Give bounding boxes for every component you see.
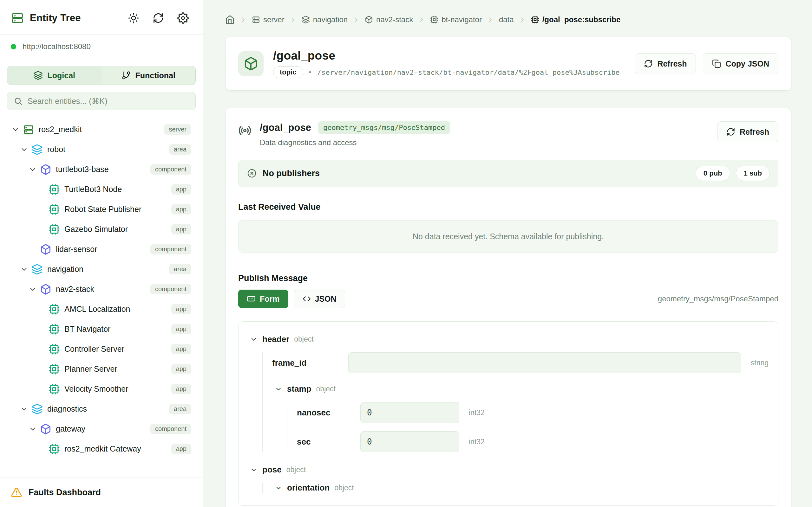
tree-item-label: turtlebot3-base bbox=[56, 165, 109, 174]
breadcrumb-label: /goal_pose:subscribe bbox=[542, 15, 621, 24]
breadcrumb-nav2-stack[interactable]: nav2-stack bbox=[365, 15, 413, 24]
server-connection-row: http://localhost:8080 bbox=[0, 35, 203, 59]
theme-toggle-icon[interactable] bbox=[128, 12, 139, 24]
tree-item-lidar-sensor[interactable]: lidar-sensor component bbox=[0, 239, 203, 259]
refresh-topic-button[interactable]: Refresh bbox=[717, 121, 778, 142]
tree-item-label: BT Navigator bbox=[64, 325, 110, 334]
tab-form[interactable]: Form bbox=[238, 290, 288, 308]
group-kind: object bbox=[294, 335, 313, 343]
tree-item-badge: component bbox=[150, 244, 191, 255]
breadcrumb-navigation[interactable]: navigation bbox=[302, 15, 348, 24]
circle-x-icon bbox=[247, 168, 257, 178]
tree-item-nav2-stack[interactable]: nav2-stack component bbox=[0, 279, 203, 299]
tree-item-badge: app bbox=[171, 184, 191, 194]
last-received-heading: Last Received Value bbox=[238, 202, 778, 212]
tree-item-robot[interactable]: robot area bbox=[0, 139, 203, 159]
field-label: frame_id bbox=[272, 358, 348, 368]
group-kind: object bbox=[287, 465, 306, 474]
search-input[interactable] bbox=[28, 97, 189, 106]
field-type: int32 bbox=[469, 438, 485, 446]
tree-item-badge: area bbox=[169, 404, 191, 414]
breadcrumb-data[interactable]: data bbox=[499, 15, 514, 24]
nanosec-input[interactable] bbox=[360, 402, 459, 423]
tab-logical[interactable]: Logical bbox=[7, 66, 101, 84]
box-icon bbox=[40, 284, 51, 295]
sec-input[interactable] bbox=[360, 431, 459, 452]
box-icon bbox=[40, 244, 51, 255]
page-title: /goal_pose bbox=[273, 49, 620, 62]
tree-item-ros2-medkit-gateway[interactable]: ros2_medkit Gateway app bbox=[0, 439, 203, 459]
tree-item-label: ros2_medkit Gateway bbox=[64, 444, 141, 453]
tree-item-bt-navigator[interactable]: BT Navigator app bbox=[0, 319, 203, 339]
tree-item-label: ros2_medkit bbox=[39, 125, 82, 134]
chip-icon bbox=[49, 343, 60, 355]
topic-detail-card: /goal_pose geometry_msgs/msg/PoseStamped… bbox=[225, 108, 792, 507]
tree-item-badge: area bbox=[169, 264, 191, 274]
tree-item-navigation[interactable]: navigation area bbox=[0, 259, 203, 279]
settings-gear-icon[interactable] bbox=[177, 12, 189, 24]
tab-form-label: Form bbox=[260, 294, 280, 303]
tree-item-label: Robot State Publisher bbox=[64, 205, 142, 214]
git-branch-icon bbox=[121, 71, 131, 80]
chip-icon bbox=[49, 363, 60, 375]
tree-item-turtlebot3-base[interactable]: turtlebot3-base component bbox=[0, 159, 203, 179]
chevron-down-icon[interactable] bbox=[11, 125, 20, 134]
copy-json-button[interactable]: Copy JSON bbox=[703, 53, 778, 74]
chip-icon bbox=[531, 15, 539, 24]
code-icon bbox=[303, 295, 311, 303]
chevron-down-icon[interactable] bbox=[29, 165, 37, 174]
tree-item-gateway[interactable]: gateway component bbox=[0, 419, 203, 439]
box-icon bbox=[365, 15, 373, 24]
tree-item-diagnostics[interactable]: diagnostics area bbox=[0, 399, 203, 419]
tree-item-robot-state-publisher[interactable]: Robot State Publisher app bbox=[0, 199, 203, 219]
chevron-down-icon[interactable] bbox=[29, 425, 37, 433]
tree-item-gazebo-simulator[interactable]: Gazebo Simulator app bbox=[0, 219, 203, 239]
chevron-down-icon[interactable] bbox=[20, 265, 28, 274]
tree-item-controller-server[interactable]: Controller Server app bbox=[0, 339, 203, 359]
publisher-count-badge: 0 pub bbox=[696, 166, 730, 181]
breadcrumb-label: navigation bbox=[313, 15, 348, 24]
tree-item-amcl-localization[interactable]: AMCL Localization app bbox=[0, 299, 203, 319]
chevron-down-icon[interactable] bbox=[20, 405, 28, 413]
layers-icon bbox=[32, 403, 43, 415]
tab-functional[interactable]: Functional bbox=[101, 66, 196, 84]
no-publishers-label: No publishers bbox=[263, 169, 320, 178]
server-url: http://localhost:8080 bbox=[22, 42, 91, 51]
tree-item-ros2-medkit[interactable]: ros2_medkit server bbox=[0, 119, 203, 139]
tree-item-planner-server[interactable]: Planner Server app bbox=[0, 359, 203, 379]
tree-item-velocity-smoother[interactable]: Velocity Smoother app bbox=[0, 379, 203, 399]
faults-dashboard-link[interactable]: Faults Dashboard bbox=[0, 477, 203, 507]
chevron-down-icon[interactable] bbox=[250, 466, 258, 474]
group-name: pose bbox=[262, 465, 282, 475]
chevron-down-icon[interactable] bbox=[29, 285, 37, 293]
breadcrumb-server[interactable]: server bbox=[252, 15, 285, 24]
tab-json[interactable]: JSON bbox=[294, 290, 345, 308]
frame-id-input[interactable] bbox=[348, 352, 741, 373]
tree-item-badge: app bbox=[171, 384, 191, 394]
tree-item-label: gateway bbox=[56, 424, 85, 434]
breadcrumb-home[interactable] bbox=[225, 15, 235, 24]
breadcrumb-label: nav2-stack bbox=[376, 15, 413, 24]
tree-item-badge: app bbox=[171, 204, 191, 215]
chevron-down-icon[interactable] bbox=[275, 484, 282, 492]
topic-box-icon bbox=[238, 51, 264, 76]
chevron-down-icon[interactable] bbox=[20, 146, 28, 154]
tree-item-label: Velocity Smoother bbox=[64, 384, 129, 394]
breadcrumb-bt-navigator[interactable]: bt-navigator bbox=[430, 15, 482, 24]
subscriber-count-badge: 1 sub bbox=[736, 166, 770, 181]
layers-icon bbox=[32, 144, 43, 155]
sidebar-header: Entity Tree bbox=[0, 0, 203, 35]
refresh-icon bbox=[726, 127, 735, 136]
field-label: sec bbox=[297, 437, 360, 447]
tree-item-badge: area bbox=[169, 144, 191, 155]
refresh-button[interactable]: Refresh bbox=[635, 53, 696, 74]
refresh-button-label: Refresh bbox=[657, 59, 687, 68]
field-label: nanosec bbox=[297, 408, 360, 418]
box-icon bbox=[40, 424, 51, 435]
group-header: header object bbox=[247, 334, 768, 344]
sidebar-title: Entity Tree bbox=[30, 12, 81, 24]
chevron-down-icon[interactable] bbox=[275, 385, 282, 393]
chevron-down-icon[interactable] bbox=[250, 336, 258, 343]
tree-item-turtlebot3-node[interactable]: TurtleBot3 Node app bbox=[0, 179, 203, 199]
refresh-icon[interactable] bbox=[153, 12, 164, 24]
